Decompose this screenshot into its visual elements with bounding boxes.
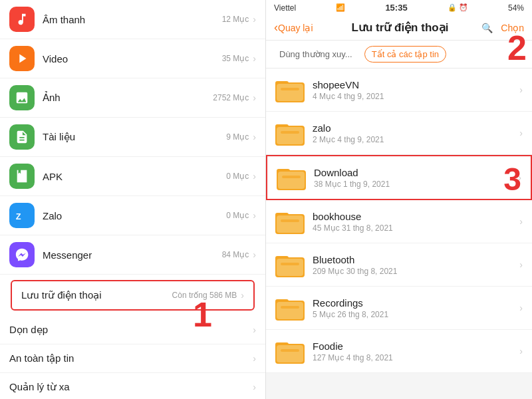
svg-rect-8 (281, 131, 299, 134)
file-name-shopeeVN: shopeeVN (313, 79, 519, 90)
back-label: Quay lại (278, 23, 313, 33)
svg-rect-20 (281, 263, 299, 265)
menu-item-am-thanh[interactable]: Âm thanh 12 Mục › (0, 0, 265, 39)
menu-item-an-toan[interactable]: An toàn tập tin › (0, 344, 265, 373)
back-button[interactable]: ‹ Quay lại (274, 21, 313, 35)
quan-ly-label: Quản lý từ xa (9, 381, 253, 393)
menu-item-quan-ly[interactable]: Quản lý từ xa › (0, 373, 265, 399)
nav-actions: 🔍 Chọn (481, 23, 524, 33)
zalo-icon: Z (9, 203, 35, 228)
file-meta-foodie: 127 Mục 4 thg 8, 2021 (313, 353, 519, 362)
menu-item-video[interactable]: Video 35 Mục › (0, 39, 265, 78)
storage-item[interactable]: Lưu trữ điện thoại Còn trống 586 MB › (11, 280, 255, 311)
file-item-zalo[interactable]: zalo 2 Mục 4 thg 9, 2021 › (266, 112, 532, 155)
left-panel: Âm thanh 12 Mục › Video 35 Mục › Ảnh 275… (0, 0, 266, 399)
carrier: Viettel (274, 3, 296, 13)
file-info-bookhouse: bookhouse 45 Mục 31 thg 8, 2021 (313, 211, 519, 233)
file-info-zalo: zalo 2 Mục 4 thg 9, 2021 (313, 122, 519, 144)
menu-item-don-dep[interactable]: Dọn dẹp › (0, 316, 265, 344)
menu-item-anh[interactable]: Ảnh 2752 Mục › (0, 78, 265, 118)
file-info-bluetooth: Bluetooth 209 Mục 30 thg 8, 2021 (313, 254, 519, 276)
filter-recent-tab[interactable]: Dùng thường xuy... (274, 47, 358, 62)
file-item-foodie[interactable]: Foodie 127 Mục 4 thg 8, 2021 › (266, 330, 532, 373)
anh-icon (9, 85, 35, 110)
messenger-count: 84 Mục (222, 250, 253, 259)
file-name-bluetooth: Bluetooth (313, 254, 519, 265)
video-arrow: › (253, 53, 256, 64)
am-thanh-label: Âm thanh (43, 14, 85, 25)
am-thanh-count: 12 Mục (222, 15, 253, 24)
file-meta-recordings: 5 Mục 26 thg 8, 2021 (313, 310, 519, 319)
lock-icon: 🔒 ⏰ (448, 3, 468, 12)
svg-rect-24 (281, 306, 299, 309)
file-arrow-bookhouse: › (519, 216, 523, 227)
svg-rect-12 (282, 176, 301, 178)
file-item-recordings[interactable]: Recordings 5 Mục 26 thg 8, 2021 › (266, 287, 532, 330)
file-meta-download: 38 Mục 1 thg 9, 2021 (314, 180, 518, 189)
svg-rect-11 (278, 172, 305, 189)
apk-label: APK (43, 171, 63, 182)
anh-label: Ảnh (43, 92, 61, 104)
apk-count: 0 Mục (226, 172, 253, 181)
folder-icon-bluetooth (275, 250, 305, 279)
messenger-arrow: › (253, 249, 256, 260)
file-meta-zalo: 2 Mục 4 thg 9, 2021 (313, 135, 519, 144)
menu-item-messenger[interactable]: Messenger 84 Mục › (0, 235, 265, 275)
anh-arrow: › (253, 92, 256, 103)
messenger-icon (9, 242, 35, 267)
file-arrow-foodie: › (519, 346, 523, 356)
file-info-recordings: Recordings 5 Mục 26 thg 8, 2021 (313, 297, 519, 319)
file-info-foodie: Foodie 127 Mục 4 thg 8, 2021 (313, 340, 519, 362)
file-item-shopeeVN[interactable]: shopeeVN 4 Mục 4 thg 9, 2021 › (266, 68, 532, 112)
file-meta-bookhouse: 45 Mục 31 thg 8, 2021 (313, 223, 519, 233)
an-toan-label: An toàn tập tin (9, 352, 253, 364)
video-icon (9, 46, 35, 71)
svg-rect-16 (281, 219, 299, 222)
file-item-bookhouse[interactable]: bookhouse 45 Mục 31 thg 8, 2021 › (266, 200, 532, 243)
svg-rect-23 (277, 302, 303, 319)
apk-arrow: › (253, 171, 256, 182)
menu-item-tai-lieu[interactable]: Tài liệu 9 Mục › (0, 118, 265, 157)
zalo-count: 0 Mục (226, 211, 253, 220)
file-item-bluetooth[interactable]: Bluetooth 209 Mục 30 thg 8, 2021 › (266, 243, 532, 287)
tai-lieu-icon (9, 124, 35, 150)
storage-arrow: › (241, 290, 244, 301)
folder-icon-download (277, 163, 306, 192)
file-item-download[interactable]: Download 38 Mục 1 thg 9, 2021 › 3 (266, 155, 532, 200)
folder-icon-shopeeVN (275, 75, 305, 104)
folder-icon-bookhouse (275, 207, 305, 236)
apk-icon (9, 164, 35, 189)
svg-rect-28 (281, 349, 299, 352)
zalo-arrow: › (253, 210, 256, 221)
am-thanh-icon (9, 7, 35, 32)
menu-item-zalo[interactable]: Z Zalo 0 Mục › (0, 196, 265, 235)
svg-rect-3 (277, 84, 303, 101)
messenger-label: Messenger (43, 249, 92, 261)
file-meta-bluetooth: 209 Mục 30 thg 8, 2021 (313, 267, 519, 276)
file-name-bookhouse: bookhouse (313, 211, 519, 222)
label-3: 3 (503, 161, 521, 198)
nav-bar: ‹ Quay lại Lưu trữ điện thoại 🔍 Chọn (266, 15, 532, 41)
right-panel: Viettel 📶 15:35 🔒 ⏰ 54% ‹ Quay lại Lưu t… (266, 0, 532, 399)
choose-button[interactable]: Chọn (501, 23, 524, 33)
file-arrow-shopeeVN: › (519, 84, 523, 95)
video-count: 35 Mục (222, 54, 253, 63)
folder-icon-recordings (275, 293, 305, 323)
file-arrow-bluetooth: › (519, 259, 523, 270)
menu-item-apk[interactable]: APK 0 Mục › (0, 157, 265, 196)
label-1: 1 (193, 295, 212, 334)
search-button[interactable]: 🔍 (481, 23, 493, 33)
wifi-icon: 📶 (336, 3, 345, 12)
file-info-download: Download 38 Mục 1 thg 9, 2021 (314, 167, 518, 189)
tai-lieu-arrow: › (253, 132, 256, 142)
quan-ly-arrow: › (253, 382, 256, 392)
don-dep-arrow: › (253, 325, 256, 335)
tai-lieu-count: 9 Mục (226, 132, 253, 142)
status-time: 15:35 (385, 3, 407, 13)
file-list: shopeeVN 4 Mục 4 thg 9, 2021 › zalo (266, 68, 532, 399)
video-label: Video (43, 53, 68, 65)
am-thanh-arrow: › (253, 14, 256, 25)
filter-all-tab[interactable]: Tất cả các tập tin (364, 46, 446, 63)
don-dep-label: Dọn dẹp (9, 324, 253, 336)
storage-label: Lưu trữ điện thoại (21, 289, 172, 301)
